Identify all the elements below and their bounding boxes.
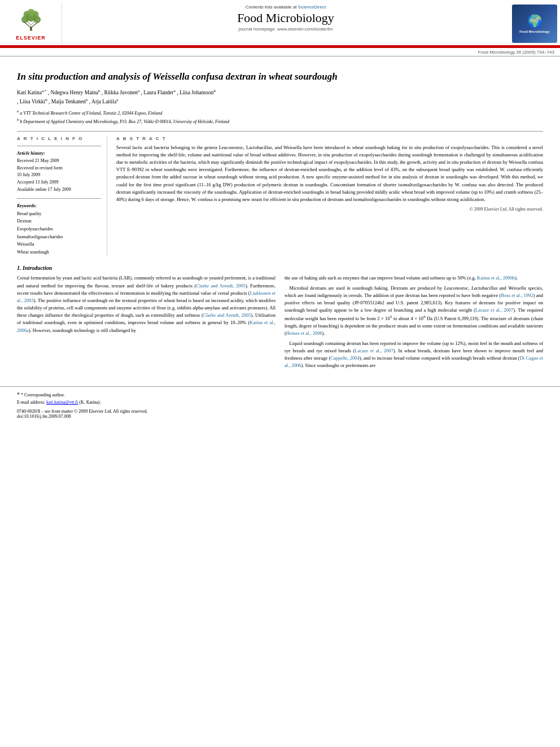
accepted-text: Accepted 13 July 2009 <box>17 180 59 185</box>
aff-b-sup: b <box>17 117 19 121</box>
journal-center-info: Contents lists available at ScienceDirec… <box>62 2 509 45</box>
journal-logo-box: 🌍 Food Microbiology <box>512 5 557 43</box>
author4-sup: a <box>174 89 176 93</box>
star-symbol: * <box>17 391 20 397</box>
article-info-header: A R T I C L E I N F O <box>17 136 101 141</box>
aff-b-text: b Department of Applied Chemistry and Mi… <box>20 119 229 124</box>
cite-lacaze2007a: Lacaze et al., 2007 <box>475 307 513 313</box>
author7: , Maija Tenkanen <box>49 99 86 104</box>
intro-left-text: Cereal fermentation by yeast and lactic … <box>17 274 275 334</box>
intro-right-text: the use of baking aids such as enzymes t… <box>285 274 543 369</box>
cite-clarke2005: Clarke and Arendt, 2005 <box>196 283 246 289</box>
affiliation-a: a a VTT Technical Research Centre of Fin… <box>17 108 543 117</box>
elsevier-logo-area: ELSEVIER <box>0 2 62 45</box>
cite-clarke2005b: Clarke and Arendt, 2005 <box>203 312 251 318</box>
citation-bar: Food Microbiology 26 (2009) 734–743 <box>0 48 560 56</box>
main-content: In situ production and analysis of Weiss… <box>0 56 560 377</box>
author1-sup: a,* <box>42 89 46 93</box>
journal-header: ELSEVIER Contents lists available at Sci… <box>0 0 560 46</box>
contents-label: Contents lists available at <box>246 5 297 10</box>
cite-ross1992: Ross et al., 1992 <box>501 292 533 298</box>
sciencedirect-link[interactable]: ScienceDirect <box>298 5 326 10</box>
keyword-2: Dextran <box>17 217 101 225</box>
author6-sup: b <box>45 98 47 102</box>
affiliation-b: b b Department of Applied Chemistry and … <box>17 117 543 125</box>
intro-para-1: Cereal fermentation by yeast and lactic … <box>17 274 275 334</box>
cite-katina2006a: Katina et al., 2006a <box>17 320 275 333</box>
authors-line: Kati Katinaa,* , Ndegwa Henry Mainab , R… <box>17 88 543 107</box>
cite-heinze2006: Heinze et al., 2006 <box>286 330 322 336</box>
revised-date: 10 July 2009 <box>17 172 40 177</box>
received-date: Received 21 May 2009 Received in revised… <box>17 158 101 194</box>
author6: , Liisa Virkki <box>17 99 45 104</box>
homepage-label: journal homepage: <box>239 27 276 32</box>
author4: , Laura Flander <box>141 90 173 95</box>
keyword-5: Weissella <box>17 241 101 248</box>
author2: , Ndegwa Henry Maina <box>48 90 98 95</box>
info-divider <box>17 146 101 146</box>
cite-cappelle2004: Cappelle, 2004 <box>330 355 360 361</box>
received-text: Received 21 May 2009 <box>17 158 59 163</box>
intro-para-2: the use of baking aids such as enzymes t… <box>285 274 543 282</box>
abstract-text: Several lactic acid bacteria belonging t… <box>116 144 543 203</box>
email-label: E-mail address: <box>17 400 45 405</box>
abstract-body: Several lactic acid bacteria belonging t… <box>116 145 543 202</box>
keyword-3: Exopolysaccharides <box>17 225 101 233</box>
intro-heading: Introduction <box>23 265 52 271</box>
journal-homepage: journal homepage: www.elsevier.com/locat… <box>67 27 505 32</box>
globe-icon: 🌍 <box>527 14 542 29</box>
intro-body-columns: Cereal fermentation by yeast and lactic … <box>17 274 543 372</box>
title-species: Weissella confusa <box>153 71 224 82</box>
author7-sup: b <box>86 98 88 102</box>
keywords-list: Bread quality Dextran Exopolysaccharides… <box>17 210 101 256</box>
divider-1 <box>17 131 543 132</box>
cite-lacaze2007b: Lacaze et al., 2007 <box>355 348 393 353</box>
elsevier-brand-text: ELSEVIER <box>14 35 48 41</box>
cite-katina2006b: Katina et al., 2006b <box>477 275 515 281</box>
keywords-label: Keywords: <box>17 203 101 208</box>
journal-title: Food Microbiology <box>67 11 505 25</box>
issn-line: 0740-0020/$ – see front matter © 2009 El… <box>17 409 543 419</box>
author2-sup: b <box>98 89 100 93</box>
elsevier-tree-icon <box>14 7 48 33</box>
corresponding-label: * Corresponding author. <box>21 392 65 397</box>
sciencedirect-text: Contents lists available at ScienceDirec… <box>67 5 505 10</box>
author5: , Liisa Johansson <box>177 90 213 95</box>
aff-a-text: a VTT Technical Research Centre of Finla… <box>20 111 162 116</box>
info-abstract-section: A R T I C L E I N F O Article history: R… <box>17 136 543 256</box>
abstract-col: A B S T R A C T Several lactic acid bact… <box>116 136 543 256</box>
cite-liukkonen2003: Liukkonen et al., 2003 <box>17 290 275 303</box>
keyword-1: Bread quality <box>17 210 101 218</box>
introduction-section: 1. Introduction Cereal fermentation by y… <box>17 265 543 372</box>
journal-logo-label: Food Microbiology <box>519 30 550 33</box>
aff-a-sup: a <box>17 109 19 113</box>
email-suffix: (K. Katina). <box>79 400 100 405</box>
info-divider-2 <box>17 198 101 199</box>
intro-title: 1. Introduction <box>17 265 543 271</box>
copyright-line: © 2009 Elsevier Ltd. All rights reserved… <box>116 207 543 212</box>
revised-label: Received in revised form <box>17 165 63 171</box>
page-footer: * * Corresponding author. E-mail address… <box>0 386 560 419</box>
abstract-header: A B S T R A C T <box>116 136 543 141</box>
title-insitu: In situ <box>17 71 43 82</box>
intro-para-3: Microbial dextrans are used in sourdough… <box>285 285 543 338</box>
affiliations: a a VTT Technical Research Centre of Fin… <box>17 108 543 125</box>
available-text: Available online 17 July 2009 <box>17 187 71 192</box>
author8: , Arja Laitila <box>89 99 116 104</box>
doi-text: doi:10.1016/j.fm.2009.07.008 <box>17 414 543 419</box>
homepage-url: www.elsevier.com/locate/fm <box>277 27 333 32</box>
citation-text: Food Microbiology 26 (2009) 734–743 <box>478 50 554 55</box>
title-part3: dextran in wheat sourdough <box>223 71 337 82</box>
title-part2: production and analysis of <box>43 71 153 82</box>
email-link[interactable]: kati.katina@vtt.fi <box>46 400 78 405</box>
article-title: In situ production and analysis of Weiss… <box>17 70 543 84</box>
keyword-6: Wheat sourdough <box>17 248 101 256</box>
journal-logo-area: 🌍 Food Microbiology <box>509 2 560 45</box>
footnote-email: E-mail address: kati.katina@vtt.fi (K. K… <box>17 399 543 407</box>
article-info-col: A R T I C L E I N F O Article history: R… <box>17 136 107 256</box>
author3-sup: a <box>138 89 139 93</box>
author3: , Riikka Juvonen <box>102 90 138 95</box>
intro-left-col: Cereal fermentation by yeast and lactic … <box>17 274 275 372</box>
keyword-4: Isomaltooligosaccharides <box>17 233 101 241</box>
svg-point-10 <box>27 8 34 16</box>
